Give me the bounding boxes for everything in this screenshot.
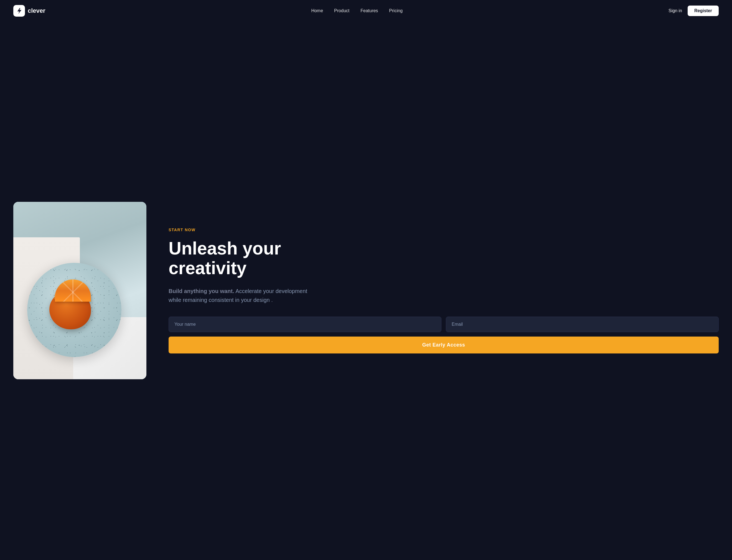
orange-slice (55, 279, 91, 302)
nav-item-pricing[interactable]: Pricing (389, 8, 403, 13)
plate-scene (13, 202, 146, 379)
nav-link-features[interactable]: Features (360, 8, 378, 13)
name-input[interactable] (169, 317, 441, 332)
nav-item-home[interactable]: Home (311, 8, 323, 13)
nav-links: Home Product Features Pricing (311, 8, 403, 13)
nav-item-features[interactable]: Features (360, 8, 378, 13)
navbar: clever Home Product Features Pricing Sig… (0, 0, 732, 22)
hero-content: START NOW Unleash your creativity Build … (163, 228, 719, 353)
start-now-label: START NOW (169, 228, 719, 232)
main-content: START NOW Unleash your creativity Build … (0, 22, 732, 559)
get-early-access-button[interactable]: Get Early Access (169, 337, 719, 353)
bolt-icon (16, 7, 23, 14)
sign-in-button[interactable]: Sign in (669, 8, 682, 13)
nav-item-product[interactable]: Product (334, 8, 349, 13)
hero-image (13, 202, 146, 379)
hero-heading-line2: creativity (169, 258, 246, 278)
nav-link-home[interactable]: Home (311, 8, 323, 13)
logo-icon (13, 5, 25, 17)
form-row (169, 317, 719, 332)
logo[interactable]: clever (13, 5, 45, 17)
hero-heading-line1: Unleash your (169, 238, 281, 258)
register-button[interactable]: Register (688, 6, 719, 16)
nav-link-product[interactable]: Product (334, 8, 349, 13)
logo-text: clever (28, 7, 45, 14)
hero-subtext: Build anything you want. Accelerate your… (169, 287, 313, 304)
hero-heading: Unleash your creativity (169, 239, 719, 278)
email-input[interactable] (446, 317, 719, 332)
hero-subtext-end: . (271, 297, 273, 303)
hero-subtext-bold: Build anything you want. (169, 288, 234, 294)
nav-actions: Sign in Register (669, 6, 719, 16)
nav-link-pricing[interactable]: Pricing (389, 8, 403, 13)
